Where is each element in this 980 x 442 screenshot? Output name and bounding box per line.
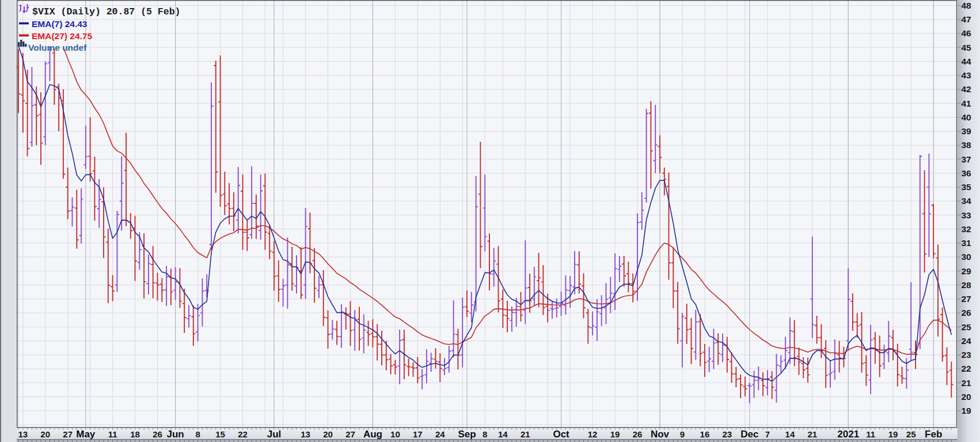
svg-text:21: 21: [521, 429, 530, 439]
svg-text:Nov: Nov: [651, 429, 670, 440]
svg-text:23: 23: [962, 350, 972, 360]
svg-text:17: 17: [413, 429, 423, 439]
svg-text:47: 47: [962, 14, 971, 24]
svg-text:35: 35: [962, 182, 972, 192]
svg-text:20: 20: [323, 429, 333, 439]
svg-text:May: May: [76, 429, 96, 440]
svg-text:27: 27: [962, 294, 971, 304]
svg-text:Feb: Feb: [925, 429, 942, 440]
svg-text:Sep: Sep: [458, 429, 476, 440]
svg-text:Volume undef: Volume undef: [28, 43, 87, 52]
svg-text:42: 42: [962, 84, 971, 94]
svg-text:15: 15: [215, 429, 225, 439]
svg-text:20: 20: [962, 392, 971, 402]
svg-text:Jun: Jun: [166, 429, 184, 440]
svg-text:16: 16: [700, 429, 710, 439]
svg-text:19: 19: [962, 406, 972, 415]
svg-text:Aug: Aug: [363, 429, 382, 440]
svg-text:13: 13: [301, 429, 310, 439]
svg-text:21: 21: [807, 429, 817, 439]
svg-text:40: 40: [962, 112, 971, 122]
svg-text:24: 24: [962, 336, 972, 346]
svg-text:22: 22: [962, 364, 971, 373]
svg-text:23: 23: [722, 429, 732, 439]
svg-text:20: 20: [40, 429, 50, 439]
svg-text:27: 27: [345, 429, 355, 439]
svg-text:EMA(7) 24.43: EMA(7) 24.43: [32, 19, 88, 29]
svg-text:25: 25: [962, 322, 972, 332]
svg-text:14: 14: [498, 429, 508, 439]
svg-text:26: 26: [153, 429, 162, 439]
svg-text:8: 8: [195, 429, 200, 439]
svg-text:7: 7: [765, 429, 770, 439]
svg-text:43: 43: [962, 70, 972, 80]
svg-text:EMA(27) 24.75: EMA(27) 24.75: [32, 31, 92, 41]
svg-text:31: 31: [962, 238, 972, 248]
svg-text:38: 38: [962, 140, 972, 150]
svg-text:39: 39: [962, 126, 972, 136]
svg-text:26: 26: [962, 308, 972, 318]
svg-text:8: 8: [483, 429, 487, 439]
svg-text:11: 11: [108, 429, 117, 439]
svg-text:Oct: Oct: [553, 429, 569, 440]
svg-text:32: 32: [962, 224, 971, 234]
svg-text:26: 26: [633, 429, 643, 439]
svg-text:21: 21: [962, 378, 972, 388]
svg-text:19: 19: [610, 429, 620, 439]
svg-text:24: 24: [435, 429, 445, 439]
svg-text:11: 11: [866, 429, 875, 439]
svg-text:30: 30: [962, 252, 971, 262]
svg-text:18: 18: [130, 429, 140, 439]
svg-text:45: 45: [962, 43, 972, 52]
svg-text:14: 14: [785, 429, 795, 439]
svg-text:Dec: Dec: [740, 429, 758, 440]
svg-text:10: 10: [390, 429, 400, 439]
svg-text:46: 46: [962, 28, 972, 38]
svg-text:44: 44: [962, 56, 972, 66]
svg-text:34: 34: [962, 196, 972, 206]
svg-text:41: 41: [962, 99, 972, 108]
svg-text:9: 9: [680, 429, 685, 439]
svg-text:22: 22: [238, 429, 248, 439]
svg-text:12: 12: [588, 429, 598, 439]
svg-text:48: 48: [962, 1, 972, 10]
svg-text:37: 37: [962, 154, 971, 164]
svg-text:36: 36: [962, 168, 972, 178]
svg-text:33: 33: [962, 210, 972, 220]
svg-text:28: 28: [962, 280, 972, 290]
svg-text:Jul: Jul: [267, 429, 282, 440]
svg-text:$VIX (Daily) 20.87 (5 Feb): $VIX (Daily) 20.87 (5 Feb): [32, 6, 180, 17]
svg-text:13: 13: [18, 429, 28, 439]
svg-text:25: 25: [906, 429, 916, 439]
svg-text:2021: 2021: [837, 429, 859, 440]
svg-text:19: 19: [888, 429, 898, 439]
svg-text:27: 27: [63, 429, 73, 439]
svg-text:29: 29: [962, 266, 972, 276]
